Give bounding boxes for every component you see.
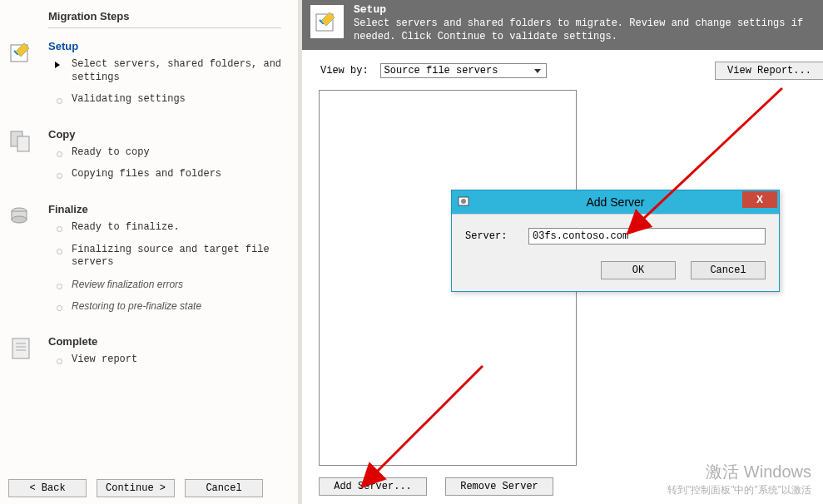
dialog-body: Server: OK Cancel [452, 214, 779, 291]
dialog-icon [457, 195, 470, 208]
step-copying: Copying files and folders [7, 162, 290, 185]
server-buttons: Add Server... Remove Server [319, 477, 553, 496]
header-text: Setup Select servers and shared folders … [354, 3, 815, 43]
setup-heading[interactable]: Setup [7, 40, 298, 52]
add-server-dialog: Add Server X Server: OK Cancel [451, 190, 780, 292]
server-label: Server: [465, 230, 512, 242]
viewby-label: View by: [320, 65, 369, 77]
step-validating: Validating settings [7, 87, 290, 110]
dialog-title-text: Add Server [586, 195, 644, 209]
svg-point-12 [461, 199, 466, 204]
server-input[interactable] [528, 228, 766, 245]
watermark-line1: 激活 Windows [667, 461, 811, 483]
server-row: Server: [465, 228, 766, 245]
copy-group: Copy Ready to copy Copying files and fol… [0, 116, 298, 191]
step-review-errors: Review finalization errors [7, 273, 290, 295]
complete-heading[interactable]: Complete [7, 335, 298, 348]
step-view-report: View report [7, 348, 290, 370]
migration-steps-title: Migration Steps [0, 0, 298, 22]
dialog-ok-button[interactable]: OK [601, 261, 676, 279]
add-server-button[interactable]: Add Server... [319, 477, 427, 496]
copy-heading[interactable]: Copy [7, 128, 298, 141]
header-title: Setup [354, 3, 815, 16]
setup-group: Setup Select servers, shared folders, an… [0, 28, 298, 116]
viewby-dropdown[interactable]: Source file servers [380, 63, 547, 78]
step-restoring: Restoring to pre-finalize state [7, 294, 290, 317]
step-ready-copy: Ready to copy [7, 141, 290, 163]
back-button[interactable]: < Back [8, 479, 87, 497]
step-select-servers[interactable]: Select servers, shared folders, and sett… [7, 52, 290, 87]
complete-group: Complete View report [0, 324, 298, 377]
windows-watermark: 激活 Windows 转到"控制面板"中的"系统"以激活 [667, 461, 811, 497]
header-band: Setup Select servers and shared folders … [302, 0, 823, 50]
setup-header-icon [310, 5, 344, 38]
viewby-value: Source file servers [384, 65, 498, 77]
header-desc: Select servers and shared folders to mig… [354, 17, 815, 43]
dialog-buttons: OK Cancel [465, 261, 766, 279]
step-ready-finalize: Ready to finalize. [7, 215, 290, 238]
remove-server-button[interactable]: Remove Server [445, 477, 553, 496]
continue-button[interactable]: Continue > [97, 479, 175, 497]
finalize-group: Finalize Ready to finalize. Finalizing s… [0, 191, 298, 324]
watermark-line2: 转到"控制面板"中的"系统"以激活 [667, 483, 811, 497]
finalize-heading[interactable]: Finalize [7, 203, 298, 215]
cancel-button[interactable]: Cancel [185, 479, 263, 497]
view-report-button[interactable]: View Report... [715, 62, 823, 80]
dialog-cancel-button[interactable]: Cancel [691, 261, 766, 279]
wizard-buttons: < Back Continue > Cancel [0, 479, 298, 497]
left-nav-panel: Migration Steps Setup Select servers, sh… [0, 0, 298, 504]
dialog-close-button[interactable]: X [742, 191, 777, 208]
step-finalizing: Finalizing source and target file server… [7, 238, 290, 273]
dialog-titlebar[interactable]: Add Server X [452, 190, 779, 214]
